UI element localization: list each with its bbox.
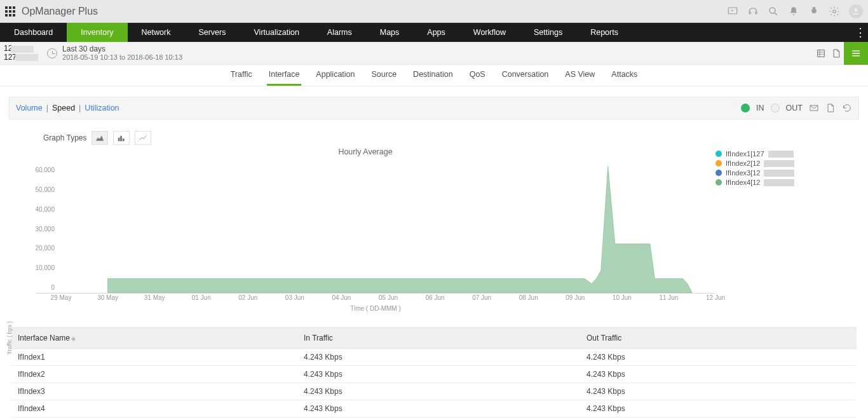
filter-volume[interactable]: Volume bbox=[16, 104, 43, 112]
svg-point-1 bbox=[770, 8, 775, 13]
svg-rect-15 bbox=[123, 139, 125, 141]
table-row[interactable]: IfIndex24.243 Kbps4.243 Kbps bbox=[11, 366, 857, 383]
legend-mask bbox=[764, 170, 794, 177]
cell-out-traffic: 4.243 Kbps bbox=[587, 404, 850, 413]
nav-tab-virtualization[interactable]: Virtualization bbox=[240, 23, 313, 42]
nav-more-icon[interactable]: ⋮ bbox=[853, 23, 868, 42]
svg-line-2 bbox=[775, 13, 777, 15]
nav-tab-maps[interactable]: Maps bbox=[366, 23, 414, 42]
time-range-value: 2018-05-19 10:13 to 2018-06-18 10:13 bbox=[62, 53, 182, 62]
cell-in-traffic: 4.243 Kbps bbox=[304, 370, 587, 379]
in-indicator[interactable] bbox=[741, 104, 750, 112]
subtab-destination[interactable]: Destination bbox=[411, 65, 455, 86]
legend-item-3[interactable]: IfIndex4[12 bbox=[715, 179, 843, 186]
th-out-traffic[interactable]: Out Traffic bbox=[587, 334, 850, 342]
cell-out-traffic: 4.243 Kbps bbox=[587, 353, 850, 362]
user-avatar[interactable] bbox=[849, 4, 863, 18]
graph-type-bar[interactable] bbox=[113, 131, 130, 145]
th-in-traffic[interactable]: In Traffic bbox=[304, 334, 587, 342]
time-range-label: Last 30 days bbox=[62, 44, 182, 53]
filter-utilization[interactable]: Utilization bbox=[85, 104, 119, 112]
plug-icon[interactable] bbox=[808, 6, 820, 17]
legend-swatch bbox=[715, 160, 722, 166]
svg-rect-13 bbox=[119, 138, 120, 141]
cell-interface-name: IfIndex4 bbox=[18, 404, 304, 413]
x-axis-title: Time ( DD-MMM ) bbox=[36, 305, 715, 312]
legend-swatch bbox=[715, 179, 722, 186]
th-interface-name[interactable]: Interface Name◆ bbox=[18, 334, 304, 342]
y-axis: 010,00020,00030,00040,00050,00060,000 bbox=[33, 160, 58, 293]
nav-tab-alarms[interactable]: Alarms bbox=[313, 23, 366, 42]
time-range[interactable]: Last 30 days 2018-05-19 10:13 to 2018-06… bbox=[62, 44, 182, 62]
nav-tab-inventory[interactable]: Inventory bbox=[67, 23, 127, 42]
table-row[interactable]: IfIndex44.243 Kbps4.243 Kbps bbox=[11, 400, 857, 417]
subtab-attacks[interactable]: Attacks bbox=[609, 65, 639, 86]
nav-tab-reports[interactable]: Reports bbox=[576, 23, 632, 42]
pdf-icon[interactable] bbox=[825, 103, 836, 113]
subtab-application[interactable]: Application bbox=[314, 65, 356, 86]
out-label: OUT bbox=[786, 104, 803, 112]
svg-rect-14 bbox=[121, 136, 122, 141]
x-axis: 29 May30 May31 May01 Jun02 Jun03 Jun04 J… bbox=[61, 294, 715, 303]
nav-tab-workflow[interactable]: Workflow bbox=[459, 23, 520, 42]
chart-legend: IfIndex1[127IfIndex2[12IfIndex3[12IfInde… bbox=[715, 126, 843, 312]
subtab-qos[interactable]: QoS bbox=[468, 65, 487, 86]
device-ip[interactable]: 12 127 bbox=[0, 44, 42, 61]
product-title: OpManager Plus bbox=[22, 6, 98, 17]
table-row[interactable]: IfIndex14.243 Kbps4.243 Kbps bbox=[11, 349, 857, 366]
top-bar: OpManager Plus bbox=[0, 0, 868, 23]
headset-icon[interactable] bbox=[747, 6, 759, 17]
export-csv-icon[interactable] bbox=[813, 46, 829, 61]
legend-item-2[interactable]: IfIndex3[12 bbox=[715, 169, 843, 177]
in-label: IN bbox=[756, 104, 764, 112]
nav-tab-servers[interactable]: Servers bbox=[184, 23, 240, 42]
legend-label: IfIndex1[127 bbox=[726, 150, 764, 158]
refresh-icon[interactable] bbox=[842, 103, 852, 113]
subtab-conversation[interactable]: Conversation bbox=[500, 65, 551, 86]
bell-icon[interactable] bbox=[788, 6, 799, 17]
legend-item-0[interactable]: IfIndex1[127 bbox=[715, 150, 843, 158]
gear-icon[interactable] bbox=[829, 6, 840, 17]
cell-interface-name: IfIndex1 bbox=[18, 353, 304, 362]
legend-mask bbox=[768, 151, 794, 158]
legend-swatch bbox=[715, 170, 722, 176]
filter-bar: Volume | Speed | Utilization IN OUT bbox=[9, 97, 859, 119]
legend-item-1[interactable]: IfIndex2[12 bbox=[715, 159, 843, 167]
legend-swatch bbox=[715, 151, 722, 157]
cell-out-traffic: 4.243 Kbps bbox=[587, 370, 850, 379]
subtab-asview[interactable]: AS View bbox=[563, 65, 597, 86]
legend-mask bbox=[764, 179, 794, 186]
interface-table: Interface Name◆ In Traffic Out Traffic I… bbox=[11, 327, 857, 417]
cell-in-traffic: 4.243 Kbps bbox=[304, 387, 587, 396]
chart-area bbox=[61, 160, 715, 293]
out-indicator[interactable] bbox=[771, 104, 780, 112]
cell-in-traffic: 4.243 Kbps bbox=[304, 353, 587, 362]
table-row[interactable]: IfIndex34.243 Kbps4.243 Kbps bbox=[11, 383, 857, 400]
export-pdf-icon[interactable] bbox=[829, 46, 844, 61]
graph-type-line[interactable] bbox=[135, 131, 151, 145]
legend-mask bbox=[764, 160, 794, 167]
cell-interface-name: IfIndex2 bbox=[18, 370, 304, 379]
chart-title: Hourly Average bbox=[15, 147, 715, 156]
clock-icon bbox=[47, 48, 57, 58]
mail-icon[interactable] bbox=[809, 103, 819, 113]
legend-label: IfIndex3[12 bbox=[726, 169, 760, 177]
panel-menu-icon[interactable] bbox=[844, 42, 868, 65]
subtab-interface[interactable]: Interface bbox=[267, 65, 302, 86]
nav-tab-dashboard[interactable]: Dashboard bbox=[0, 23, 67, 42]
nav-tab-apps[interactable]: Apps bbox=[413, 23, 459, 42]
nav-tab-settings[interactable]: Settings bbox=[520, 23, 576, 42]
graph-type-area[interactable] bbox=[92, 131, 108, 145]
chart-region: Graph Types Hourly Average 010,00020,000… bbox=[0, 119, 868, 318]
context-bar: 12 127 Last 30 days 2018-05-19 10:13 to … bbox=[0, 42, 868, 65]
subtab-traffic[interactable]: Traffic bbox=[229, 65, 254, 86]
ip-line2: 127 bbox=[4, 53, 17, 62]
screen-icon[interactable] bbox=[727, 6, 738, 17]
search-icon[interactable] bbox=[768, 6, 779, 17]
apps-grid-icon[interactable] bbox=[5, 6, 15, 17]
filter-speed[interactable]: Speed bbox=[52, 104, 75, 112]
nav-tab-network[interactable]: Network bbox=[128, 23, 185, 42]
chart-plot[interactable]: 010,00020,00030,00040,00050,00060,000 29… bbox=[36, 160, 715, 294]
subtab-source[interactable]: Source bbox=[370, 65, 399, 86]
cell-out-traffic: 4.243 Kbps bbox=[587, 387, 850, 396]
